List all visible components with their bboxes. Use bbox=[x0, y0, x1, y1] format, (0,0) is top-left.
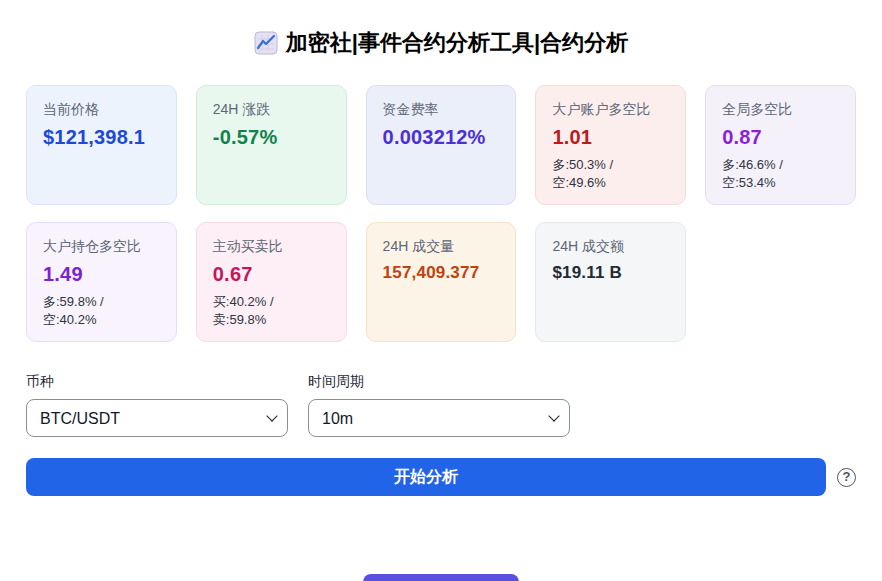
stat-label: 全局多空比 bbox=[722, 101, 839, 119]
stat-value: 0.67 bbox=[213, 263, 330, 286]
stat-card-current-price: 当前价格 $121,398.1 bbox=[26, 85, 177, 205]
symbol-select[interactable]: BTC/USDT bbox=[26, 399, 288, 437]
stat-label: 24H 成交量 bbox=[383, 238, 500, 256]
symbol-label: 币种 bbox=[26, 373, 288, 391]
page-title-text: 加密社|事件合约分析工具|合约分析 bbox=[286, 28, 628, 58]
stat-value: 157,409.377 bbox=[383, 263, 500, 283]
stat-value: $19.11 B bbox=[552, 263, 669, 283]
stat-card-top-account-ratio: 大户账户多空比 1.01 多:50.3% / 空:49.6% bbox=[535, 85, 686, 205]
stats-grid: 当前价格 $121,398.1 24H 涨跌 -0.57% 资金费率 0.003… bbox=[26, 85, 856, 342]
stat-card-24h-change: 24H 涨跌 -0.57% bbox=[196, 85, 347, 205]
help-icon[interactable]: ? bbox=[837, 468, 856, 487]
stat-value: 1.49 bbox=[43, 263, 160, 286]
stat-value: -0.57% bbox=[213, 126, 330, 149]
toggle-row: 隐藏技术指标 ▼ bbox=[26, 574, 856, 581]
stat-label: 主动买卖比 bbox=[213, 238, 330, 256]
stat-label: 大户账户多空比 bbox=[552, 101, 669, 119]
stat-label: 大户持仓多空比 bbox=[43, 238, 160, 256]
stat-value: 0.87 bbox=[722, 126, 839, 149]
stat-sub: 多:50.3% / 空:49.6% bbox=[552, 156, 669, 192]
stat-card-funding-rate: 资金费率 0.003212% bbox=[366, 85, 517, 205]
symbol-select-wrap: BTC/USDT bbox=[26, 399, 288, 437]
chart-increasing-icon bbox=[254, 31, 278, 55]
stat-sub: 多:59.8% / 空:40.2% bbox=[43, 293, 160, 329]
stat-label: 当前价格 bbox=[43, 101, 160, 119]
timeframe-select[interactable]: 10m bbox=[308, 399, 570, 437]
stat-value: 0.003212% bbox=[383, 126, 500, 149]
start-analysis-button[interactable]: 开始分析 bbox=[26, 458, 826, 496]
stat-sub: 买:40.2% / 卖:59.8% bbox=[213, 293, 330, 329]
timeframe-field: 时间周期 10m bbox=[308, 373, 570, 437]
stat-card-24h-turnover: 24H 成交额 $19.11 B bbox=[535, 222, 686, 342]
stat-label: 24H 成交额 bbox=[552, 238, 669, 256]
symbol-field: 币种 BTC/USDT bbox=[26, 373, 288, 437]
timeframe-label: 时间周期 bbox=[308, 373, 570, 391]
stat-label: 资金费率 bbox=[383, 101, 500, 119]
form-row: 币种 BTC/USDT 时间周期 10m bbox=[26, 373, 856, 437]
stat-card-top-position-ratio: 大户持仓多空比 1.49 多:59.8% / 空:40.2% bbox=[26, 222, 177, 342]
stat-card-taker-buy-sell-ratio: 主动买卖比 0.67 买:40.2% / 卖:59.8% bbox=[196, 222, 347, 342]
stat-value: 1.01 bbox=[552, 126, 669, 149]
page-title: 加密社|事件合约分析工具|合约分析 bbox=[26, 28, 856, 58]
main-container: 加密社|事件合约分析工具|合约分析 当前价格 $121,398.1 24H 涨跌… bbox=[26, 28, 856, 581]
stat-card-global-ratio: 全局多空比 0.87 多:46.6% / 空:53.4% bbox=[705, 85, 856, 205]
stat-label: 24H 涨跌 bbox=[213, 101, 330, 119]
hide-indicators-button[interactable]: 隐藏技术指标 ▼ bbox=[363, 574, 518, 581]
action-row: 开始分析 ? bbox=[26, 458, 856, 496]
stat-value: $121,398.1 bbox=[43, 126, 160, 149]
timeframe-select-wrap: 10m bbox=[308, 399, 570, 437]
stat-card-24h-volume: 24H 成交量 157,409.377 bbox=[366, 222, 517, 342]
stat-sub: 多:46.6% / 空:53.4% bbox=[722, 156, 839, 192]
